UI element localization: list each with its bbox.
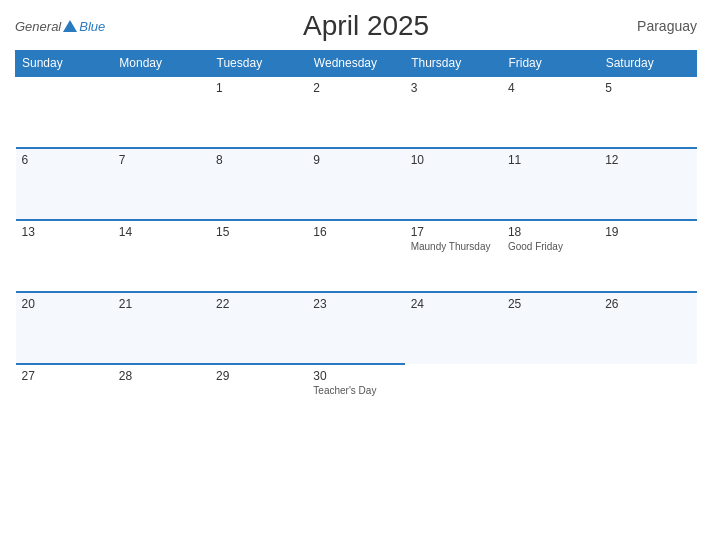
day-cell: 12 [599,148,696,220]
day-cell: 2 [307,76,404,148]
week-row-2: 6789101112 [16,148,697,220]
calendar-header: Sunday Monday Tuesday Wednesday Thursday… [16,51,697,77]
weekday-sunday: Sunday [16,51,113,77]
holiday-name: Teacher's Day [313,385,398,396]
day-cell: 7 [113,148,210,220]
day-number: 12 [605,153,690,167]
day-cell: 27 [16,364,113,436]
weekday-thursday: Thursday [405,51,502,77]
day-number: 28 [119,369,204,383]
day-cell [16,76,113,148]
week-row-4: 20212223242526 [16,292,697,364]
weekday-wednesday: Wednesday [307,51,404,77]
weekday-tuesday: Tuesday [210,51,307,77]
day-number: 1 [216,81,301,95]
week-row-5: 27282930Teacher's Day [16,364,697,436]
day-number: 9 [313,153,398,167]
day-cell: 18Good Friday [502,220,599,292]
day-number: 14 [119,225,204,239]
day-number: 18 [508,225,593,239]
header: General Blue April 2025 Paraguay [15,10,697,42]
day-cell [502,364,599,436]
day-number: 22 [216,297,301,311]
country-label: Paraguay [627,18,697,34]
day-cell: 3 [405,76,502,148]
day-number: 11 [508,153,593,167]
day-number: 21 [119,297,204,311]
day-cell: 4 [502,76,599,148]
day-cell [405,364,502,436]
calendar-title: April 2025 [105,10,627,42]
day-cell: 24 [405,292,502,364]
day-cell: 21 [113,292,210,364]
day-cell: 25 [502,292,599,364]
day-number: 17 [411,225,496,239]
day-number: 23 [313,297,398,311]
day-cell: 14 [113,220,210,292]
day-cell: 19 [599,220,696,292]
day-cell: 1 [210,76,307,148]
holiday-name: Maundy Thursday [411,241,496,252]
week-row-1: 12345 [16,76,697,148]
logo: General Blue [15,19,105,34]
day-cell: 20 [16,292,113,364]
day-cell: 13 [16,220,113,292]
day-number: 25 [508,297,593,311]
day-cell: 5 [599,76,696,148]
day-cell: 26 [599,292,696,364]
day-cell: 6 [16,148,113,220]
day-cell: 16 [307,220,404,292]
day-cell: 17Maundy Thursday [405,220,502,292]
calendar-table: Sunday Monday Tuesday Wednesday Thursday… [15,50,697,436]
day-number: 26 [605,297,690,311]
day-number: 30 [313,369,398,383]
weekday-saturday: Saturday [599,51,696,77]
day-number: 2 [313,81,398,95]
day-number: 10 [411,153,496,167]
day-cell: 15 [210,220,307,292]
day-cell: 22 [210,292,307,364]
day-cell: 23 [307,292,404,364]
calendar-body: 1234567891011121314151617Maundy Thursday… [16,76,697,436]
day-cell: 8 [210,148,307,220]
day-number: 29 [216,369,301,383]
day-cell: 30Teacher's Day [307,364,404,436]
calendar-page: General Blue April 2025 Paraguay Sunday … [0,0,712,550]
logo-general-text: General [15,19,61,34]
weekday-row: Sunday Monday Tuesday Wednesday Thursday… [16,51,697,77]
logo-triangle-icon [63,20,77,32]
day-number: 8 [216,153,301,167]
day-cell [113,76,210,148]
day-number: 20 [22,297,107,311]
day-number: 27 [22,369,107,383]
week-row-3: 1314151617Maundy Thursday18Good Friday19 [16,220,697,292]
day-number: 19 [605,225,690,239]
day-number: 4 [508,81,593,95]
day-number: 15 [216,225,301,239]
day-number: 6 [22,153,107,167]
day-number: 13 [22,225,107,239]
day-cell: 11 [502,148,599,220]
day-cell: 29 [210,364,307,436]
day-number: 5 [605,81,690,95]
day-number: 7 [119,153,204,167]
day-cell: 9 [307,148,404,220]
holiday-name: Good Friday [508,241,593,252]
day-cell: 10 [405,148,502,220]
logo-blue-text: Blue [79,19,105,34]
day-number: 3 [411,81,496,95]
day-cell: 28 [113,364,210,436]
day-number: 16 [313,225,398,239]
day-number: 24 [411,297,496,311]
weekday-monday: Monday [113,51,210,77]
weekday-friday: Friday [502,51,599,77]
day-cell [599,364,696,436]
